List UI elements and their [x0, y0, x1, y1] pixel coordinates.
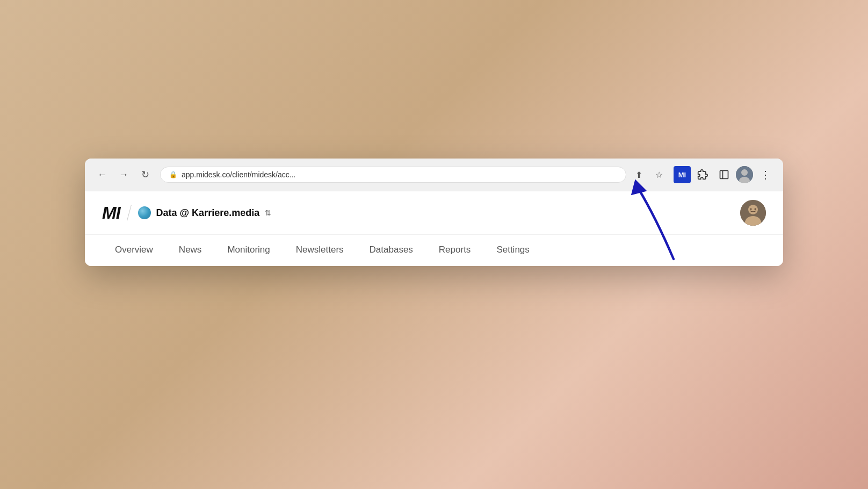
nav-item-newsletters[interactable]: Newsletters: [283, 235, 357, 266]
browser-chrome: ← → ↻ 🔒 app.midesk.co/client/midesk/acc.…: [85, 159, 783, 191]
chrome-profile-avatar[interactable]: [736, 166, 753, 183]
app-logo: MI: [102, 203, 120, 223]
midesk-extension-button[interactable]: MI: [674, 166, 691, 183]
svg-rect-0: [720, 171, 728, 179]
header-divider: [127, 205, 132, 220]
extensions-button[interactable]: [693, 165, 712, 184]
browser-actions: MI: [674, 165, 775, 184]
workspace-selector[interactable]: Data @ Karriere.media ⇅: [138, 206, 272, 219]
nav-item-reports[interactable]: Reports: [426, 235, 484, 266]
app-header-left: MI Data @ Karriere.media ⇅: [102, 203, 271, 223]
browser-window: ← → ↻ 🔒 app.midesk.co/client/midesk/acc.…: [85, 159, 783, 266]
back-button[interactable]: ←: [93, 166, 111, 183]
forward-button[interactable]: →: [115, 166, 132, 183]
lock-icon: 🔒: [169, 171, 177, 178]
app-header: MI Data @ Karriere.media ⇅: [85, 191, 783, 235]
workspace-dot-icon: [138, 206, 151, 219]
svg-point-6: [748, 205, 758, 214]
reload-button[interactable]: ↻: [136, 166, 154, 183]
user-avatar[interactable]: [740, 200, 766, 226]
nav-item-news[interactable]: News: [166, 235, 215, 266]
nav-item-monitoring[interactable]: Monitoring: [214, 235, 283, 266]
bookmark-button[interactable]: ☆: [651, 167, 667, 183]
app-content: MI Data @ Karriere.media ⇅: [85, 191, 783, 266]
workspace-name: Data @ Karriere.media: [156, 207, 260, 219]
url-text: app.midesk.co/client/midesk/acc...: [182, 170, 617, 179]
svg-point-9: [755, 208, 756, 210]
address-bar[interactable]: 🔒 app.midesk.co/client/midesk/acc...: [160, 167, 626, 183]
svg-point-8: [750, 208, 752, 210]
more-options-button[interactable]: ⋮: [755, 165, 775, 184]
workspace-chevron-icon: ⇅: [265, 208, 271, 217]
nav-item-settings[interactable]: Settings: [483, 235, 542, 266]
nav-item-overview[interactable]: Overview: [102, 235, 166, 266]
sidebar-toggle-button[interactable]: [714, 165, 734, 184]
nav-item-databases[interactable]: Databases: [357, 235, 426, 266]
app-nav: Overview News Monitoring Newsletters Dat…: [85, 235, 783, 266]
svg-point-3: [741, 169, 748, 176]
browser-navigation: ← → ↻: [93, 166, 154, 183]
address-bar-container: 🔒 app.midesk.co/client/midesk/acc... ⬆ ☆: [160, 167, 667, 183]
share-button[interactable]: ⬆: [631, 167, 647, 183]
